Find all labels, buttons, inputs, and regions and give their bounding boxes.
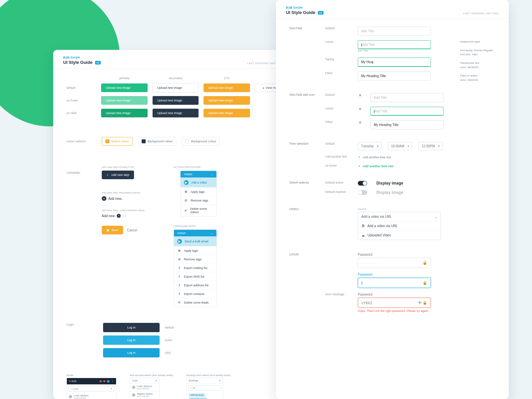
mobile-preview-3: Bookings✕ ⌕Ac AMP Bookings Johnny Bookin… — [187, 378, 223, 399]
tag-remove-icon: ⊖ — [184, 199, 188, 202]
add-time-link-hover[interactable]: ＋Add another time slot — [358, 164, 394, 168]
upload-button-primary[interactable]: Upload new image — [101, 83, 148, 92]
link-icon: 🖹 — [361, 224, 365, 228]
last-updated: LAST UPDATED: SEP 2022 — [463, 12, 499, 15]
more-icon: ⋮ — [111, 380, 114, 383]
login-button-default[interactable]: Log in — [103, 323, 160, 332]
brand: B2B DASH — [63, 56, 101, 59]
text-field-filled[interactable]: My Heading Title — [358, 71, 431, 80]
upload-button-secondary-click[interactable]: Upload new image — [152, 108, 199, 118]
save-button[interactable]: ▣ Save — [102, 226, 123, 234]
chevron-down-icon: ⌄ — [210, 231, 213, 235]
action-dropdown-2[interactable]: Action⌄ ▶Send a bulk email ⊕Apply tags ⊖… — [174, 229, 217, 307]
search-icon: ⌕ — [70, 388, 72, 390]
version-badge: v1 — [95, 61, 101, 65]
style-guide-panel-left: B2B DASH UI Style Guide v1 LAST UPDATED:… — [53, 50, 293, 399]
upload-button-cta-hover[interactable]: Upload new image — [203, 96, 250, 105]
mobile-preview-1: ≡ B2B◎⬣⬤⋮ ⌕Louis✕ Louis Jackson0415 678 … — [66, 378, 116, 399]
chevron-down-icon: ⌄ — [210, 173, 213, 176]
close-icon: ✕ — [184, 209, 188, 212]
upload-button-primary-hover[interactable]: Upload new image — [101, 96, 148, 105]
lock-icon: 🔒 — [423, 281, 427, 285]
add-time-link[interactable]: ＋Add another time slot — [358, 155, 391, 159]
version-badge: v1 — [318, 11, 324, 15]
video-source-dropdown[interactable]: Add a video via URL 🖹Add a video via URL… — [358, 212, 441, 240]
upload-button-cta-click[interactable]: Upload new image — [203, 109, 250, 117]
password-field-error[interactable]: cY8X2👁 🔒 — [358, 298, 431, 308]
heading-icon: ≡ — [358, 120, 362, 124]
error-message: Oops. That's not the right password. Ple… — [358, 309, 431, 313]
play-icon: ▶ — [184, 180, 189, 185]
switch-inactive[interactable] — [358, 190, 367, 195]
colour-chip-bg2[interactable]: Background colour — [182, 137, 220, 146]
time-end-select[interactable]: 12:00PM — [418, 142, 443, 150]
mail-icon: ▶ — [177, 239, 182, 244]
insert-step[interactable]: Add new + • • — [102, 214, 153, 218]
heading-icon: ≡ — [358, 107, 362, 111]
colour-chip-button[interactable]: Button colour — [102, 137, 133, 146]
page-title: UI Style Guide v1 — [286, 10, 324, 15]
add-new-secondary[interactable]: + Add new.. — [102, 196, 153, 201]
time-start-select[interactable]: 10:00AM — [388, 142, 412, 150]
lock-icon: 🔒 — [423, 261, 427, 265]
switch-active[interactable] — [358, 181, 367, 186]
page-title: UI Style Guide v1 — [63, 60, 101, 65]
bell-icon: ⬣ — [103, 380, 105, 383]
cancel-link[interactable]: Cancel — [127, 228, 137, 232]
login-button-hover[interactable]: Log in — [103, 335, 160, 345]
upload-button-cta[interactable]: Upload new image — [203, 83, 250, 92]
add-step-button[interactable]: ✓ Add new step — [102, 171, 134, 179]
lock-icon: 🔒 — [423, 301, 427, 305]
user-icon: ⬤ — [107, 380, 110, 383]
colour-chip-bg1[interactable]: Background colour — [138, 137, 176, 146]
upload-button-secondary[interactable]: Upload new image — [152, 83, 199, 92]
brand: B2B DASH — [286, 6, 324, 9]
type-annotations: Default font style font-family: Roboto-R… — [460, 40, 500, 82]
upload-button-secondary-hover[interactable]: Upload new image — [152, 96, 199, 105]
heading-icon: ≡ — [358, 93, 362, 97]
day-select[interactable]: Tuesday — [358, 142, 382, 150]
upload-button-primary-click[interactable]: Upload new image — [101, 109, 148, 117]
target-icon: ◎ — [99, 380, 102, 383]
login-button-click[interactable]: Log in — [103, 348, 160, 357]
tag-icon: ⊕ — [184, 190, 188, 194]
password-field-active[interactable]: 🔒 — [358, 278, 431, 288]
icon-field-filled[interactable]: My Heading Title — [370, 120, 444, 129]
icon-field-active[interactable]: Add Title — [370, 107, 444, 116]
icon-field-default[interactable]: Add Title — [370, 93, 444, 102]
style-guide-panel-right: B2B DASH UI Style Guide v1 LAST UPDATED:… — [276, 0, 509, 399]
mobile-preview-2: Louis✕ Louis Jackson0415 678 910 Maylice… — [130, 378, 160, 399]
upload-icon: ☁ — [361, 233, 365, 237]
password-field-default[interactable]: ··········🔒 — [358, 258, 431, 268]
action-dropdown-1[interactable]: Action⌄ ▶Add a video ⊕Apply tags ⊖Remove… — [180, 171, 217, 216]
text-field-active[interactable]: Add Title — [358, 40, 431, 49]
eye-icon[interactable]: 👁 — [418, 301, 422, 305]
text-field-default[interactable]: Add Title — [358, 27, 431, 36]
text-field-typing[interactable]: My Hea — [358, 58, 431, 66]
